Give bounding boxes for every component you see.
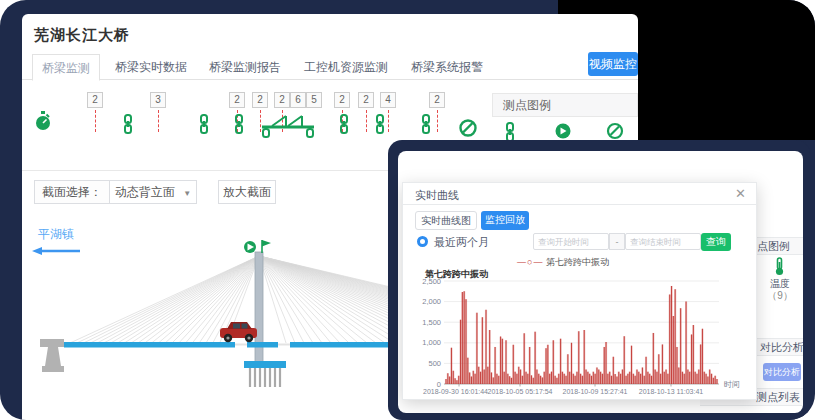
svg-text:2,500: 2,500 [422, 277, 441, 286]
truss-sensor-group-icon[interactable] [260, 112, 316, 142]
strain-sensor-icon[interactable] [233, 114, 245, 138]
bridge-pier [244, 361, 286, 387]
car-on-deck [220, 322, 257, 342]
sensor-count-badge: 2 [334, 92, 350, 108]
sensor-count-badge: 2 [429, 92, 445, 108]
tab-system-alarm[interactable]: 桥梁系统报警 [404, 54, 490, 80]
stopwatch-sensor-icon[interactable] [34, 110, 52, 136]
tab-realtime-curve[interactable]: 实时曲线图 [415, 211, 477, 230]
svg-text:500: 500 [428, 359, 441, 368]
measure-point-legend-panel: 测点图例 [492, 93, 638, 140]
bridge-abutment [40, 339, 64, 372]
temperature-count: （9） [764, 289, 796, 303]
section-select-label: 截面选择： [34, 180, 110, 204]
strain-sensor-icon[interactable] [198, 114, 210, 138]
chevron-down-icon: ▼ [183, 189, 191, 198]
query-end-time-input[interactable] [625, 233, 701, 250]
tab-monitor-playback[interactable]: 监控回放 [481, 211, 529, 230]
tab-monitor-report[interactable]: 桥梁监测报告 [202, 54, 288, 80]
legend-series-name: 第七跨跨中振动 [546, 257, 609, 267]
section-select-value: 动态背立面 [115, 185, 175, 199]
sensor-count-badge: 2 [229, 92, 245, 108]
svg-text:2018-10-13 11:03:41: 2018-10-13 11:03:41 [639, 388, 704, 395]
sensor-leader-line [158, 110, 159, 132]
sensor-leader-line [366, 110, 367, 132]
svg-text:2018-09-30 16:01:44: 2018-09-30 16:01:44 [423, 388, 488, 395]
page-title: 芜湖长江大桥 [34, 26, 130, 45]
realtime-curve-dialog: 实时曲线 ✕ 实时曲线图 监控回放 最近两个月 - 查询 —○— 第七跨跨中振动… [402, 182, 757, 400]
svg-text:2018-10-09 15:27:41: 2018-10-09 15:27:41 [563, 388, 628, 395]
svg-text:2,000: 2,000 [422, 297, 441, 306]
strain-sensor-icon[interactable] [338, 114, 350, 138]
sensor-leader-line [388, 110, 389, 132]
recent-two-months-label: 最近两个月 [434, 235, 489, 250]
camera-sensor-icon[interactable] [244, 240, 271, 253]
dialog-header: 实时曲线 ✕ [403, 183, 756, 205]
video-monitor-button[interactable]: 视频监控 [588, 52, 638, 76]
svg-text:1,000: 1,000 [422, 338, 441, 347]
vibration-chart: 05001,0001,5002,0002,5002018-09-30 16:01… [421, 279, 743, 397]
tab-ipc-resource[interactable]: 工控机资源监测 [296, 54, 396, 80]
main-tabbar: 桥梁监测 桥梁实时数据 桥梁监测报告 工控机资源监测 桥梁系统报警 [22, 54, 638, 80]
sensor-count-badge: 2 [87, 92, 103, 108]
strain-sensor-icon[interactable] [374, 114, 386, 138]
sensor-leader-line [437, 110, 438, 132]
sensor-leader-line [95, 110, 96, 132]
compare-analysis-button[interactable]: 对比分析 [763, 363, 801, 381]
bridge-deck [64, 342, 235, 348]
zoom-section-button[interactable]: 放大截面 [218, 180, 276, 204]
sensor-count-badge: 3 [150, 92, 166, 108]
sensor-count-badge: 2 [274, 92, 290, 108]
svg-text:2018-10-05 05:17:54: 2018-10-05 05:17:54 [488, 388, 553, 395]
close-icon[interactable]: ✕ [735, 186, 746, 201]
sensor-count-badge: 2 [252, 92, 268, 108]
sensor-count-badge: 2 [358, 92, 374, 108]
screenshot-canvas: 芜湖长江大桥 桥梁监测 桥梁实时数据 桥梁监测报告 工控机资源监测 桥梁系统报警… [0, 0, 815, 420]
tab-bridge-monitor[interactable]: 桥梁监测 [32, 54, 100, 81]
legend-marker-icon: —○— [517, 257, 543, 267]
svg-text:时间: 时间 [724, 380, 740, 389]
strain-sensor-icon[interactable] [122, 114, 134, 138]
sensor-count-badge: 4 [380, 92, 396, 108]
date-range-separator: - [609, 233, 625, 250]
sensor-count-badge: 6 [290, 92, 306, 108]
strain-sensor-icon[interactable] [420, 114, 432, 138]
sensor-count-badge: 5 [306, 92, 322, 108]
tab-realtime-data[interactable]: 桥梁实时数据 [108, 54, 194, 80]
svg-text:1,500: 1,500 [422, 318, 441, 327]
section-select-dropdown[interactable]: 动态背立面 ▼ [109, 180, 197, 204]
query-button[interactable]: 查询 [701, 233, 731, 251]
query-start-time-input[interactable] [533, 233, 609, 250]
legend-panel-header: 测点图例 [492, 93, 638, 117]
recent-two-months-radio[interactable] [417, 236, 428, 247]
dialog-title: 实时曲线 [415, 188, 459, 203]
bridge-deck [247, 342, 278, 348]
disabled-sensor-icon[interactable] [458, 118, 478, 142]
